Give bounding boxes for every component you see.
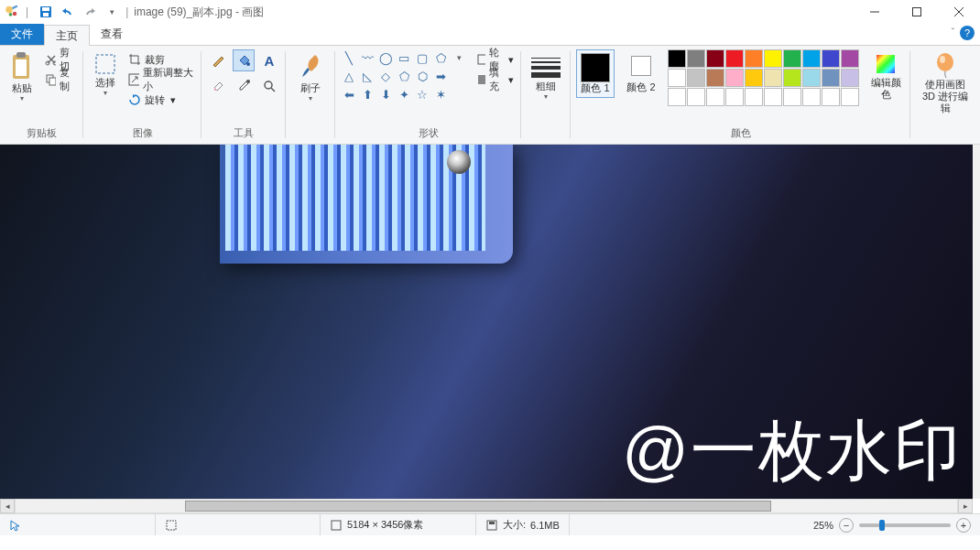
fill-tool[interactable] [233,49,255,71]
undo-button[interactable] [58,2,78,22]
resize-icon [128,73,139,86]
shape-triangle[interactable]: △ [341,68,357,84]
palette-swatch[interactable] [783,88,801,106]
palette-swatch[interactable] [802,69,821,87]
save-button[interactable] [36,2,56,22]
palette-swatch[interactable] [764,49,782,68]
palette-swatch[interactable] [745,88,763,106]
minimize-ribbon[interactable]: ˇ [952,27,954,38]
zoom-out-button[interactable]: − [839,518,854,533]
palette-swatch[interactable] [725,49,744,68]
shape-rarrow[interactable]: ➡ [432,68,449,84]
picker-tool[interactable] [233,75,255,97]
maximize-button[interactable] [896,0,938,24]
palette-swatch[interactable] [687,69,705,87]
shape-5star[interactable]: ☆ [414,86,430,102]
shape-rtriangle[interactable]: ◺ [359,68,376,84]
palette-swatch[interactable] [687,49,705,68]
zoom-slider[interactable] [859,523,951,527]
scroll-left[interactable]: ◂ [0,499,15,513]
rotate-button[interactable]: 旋转 ▾ [126,90,196,110]
palette-swatch[interactable] [745,69,763,87]
palette-swatch[interactable] [706,69,724,87]
palette-swatch[interactable] [822,69,840,87]
palette-swatch[interactable] [764,69,782,87]
help-button[interactable]: ? [960,26,975,40]
scroll-thumb[interactable] [185,501,771,512]
select-button[interactable]: 选择 ▾ [89,49,123,99]
palette-swatch[interactable] [668,49,686,68]
palette-swatch[interactable] [783,69,801,87]
palette-swatch[interactable] [706,88,724,106]
shapes-gallery[interactable]: ╲〰◯▭▢⬠▾ △◺◇⬠⬡➡ ⬅⬆⬇✦☆✶ [341,49,467,102]
palette-swatch[interactable] [783,49,801,68]
zoom-in-button[interactable]: + [956,518,971,533]
shape-polygon[interactable]: ⬠ [432,49,449,66]
stroke-button[interactable]: 粗细 ▾ [527,49,565,102]
palette-swatch[interactable] [841,69,859,87]
palette-swatch[interactable] [668,88,686,106]
palette-swatch[interactable] [725,88,744,106]
color-palette[interactable] [668,49,859,106]
brush-button[interactable]: 刷子 ▾ [291,49,330,104]
fill-menu[interactable]: 填充 ▾ [474,70,516,90]
shape-rect[interactable]: ▭ [396,49,412,66]
tab-home[interactable]: 主页 [44,25,90,46]
shape-pentagon[interactable]: ⬠ [396,68,412,84]
text-tool[interactable]: A [258,49,280,71]
shape-more[interactable]: ▾ [451,49,467,66]
edit-colors-button[interactable]: 编辑颜色 [866,49,905,102]
group-colors: 颜色 1 颜色 2 编辑颜色 颜色 [571,46,910,144]
tab-view[interactable]: 查看 [90,24,134,45]
palette-swatch[interactable] [822,88,840,106]
shape-darrow[interactable]: ⬇ [377,86,394,102]
close-button[interactable] [938,0,980,24]
shape-curve[interactable]: 〰 [359,49,376,66]
color2-button[interactable]: 颜色 2 [622,49,660,95]
shape-hexagon[interactable]: ⬡ [414,68,430,84]
copy-button[interactable]: 复制 [43,70,78,90]
tab-file[interactable]: 文件 [0,24,44,45]
redo-button[interactable] [80,2,100,22]
shape-oval[interactable]: ◯ [377,49,394,66]
color1-button[interactable]: 颜色 1 [576,49,615,98]
palette-swatch[interactable] [822,49,840,68]
palette-swatch[interactable] [802,88,821,106]
group-tools: A 工具 [201,46,286,144]
horizontal-scrollbar[interactable]: ◂ ▸ [0,499,973,513]
palette-swatch[interactable] [764,88,782,106]
palette-swatch[interactable] [687,88,705,106]
magnifier-tool[interactable] [258,75,280,97]
shape-6star[interactable]: ✶ [432,86,449,102]
shape-uarrow[interactable]: ⬆ [359,86,376,102]
shape-roundrect[interactable]: ▢ [414,49,430,66]
vertical-scrollbar[interactable] [973,145,980,499]
minimize-button[interactable] [854,0,896,24]
canvas[interactable]: @一枚水印 [0,145,973,499]
svg-rect-13 [16,59,27,76]
paint3d-button[interactable]: 使用画图 3D 进行编辑 [916,49,975,116]
palette-swatch[interactable] [725,69,744,87]
chevron-down-icon: ▾ [508,54,514,66]
palette-swatch[interactable] [745,49,763,68]
palette-swatch[interactable] [841,49,859,68]
crop-icon [128,53,141,66]
chevron-down-icon: ▾ [103,89,107,97]
palette-swatch[interactable] [706,49,724,68]
resize-button[interactable]: 重新调整大小 [126,70,196,90]
palette-swatch[interactable] [668,69,686,87]
qat-customize[interactable]: ▾ [102,2,122,22]
eraser-tool[interactable] [207,75,229,97]
cursor-icon [9,519,22,532]
shape-line[interactable]: ╲ [341,49,357,66]
palette-swatch[interactable] [802,49,821,68]
paste-button[interactable]: 粘贴 ▾ [5,49,39,104]
palette-swatch[interactable] [841,88,859,106]
shape-4star[interactable]: ✦ [396,86,412,102]
copy-icon [45,73,56,86]
shape-larrow[interactable]: ⬅ [341,86,357,102]
shape-diamond[interactable]: ◇ [377,68,394,84]
stroke-label: 粗细 [536,81,556,92]
scroll-right[interactable]: ▸ [958,499,973,513]
pencil-tool[interactable] [207,49,229,71]
